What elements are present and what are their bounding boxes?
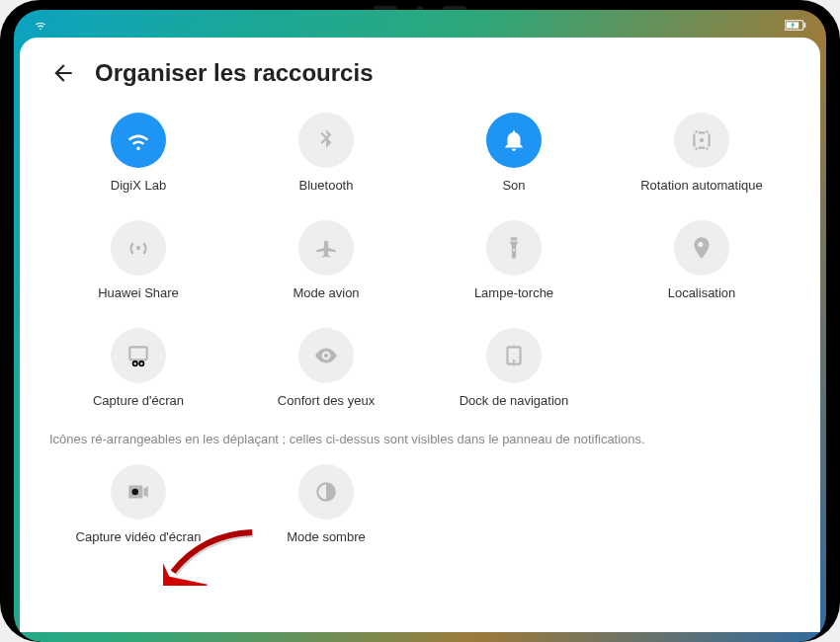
svg-point-6 bbox=[132, 489, 139, 496]
shortcut-tile-navdock[interactable]: Dock de navigation bbox=[425, 328, 603, 408]
bell-icon bbox=[486, 113, 542, 168]
screen: Organiser les raccourcis DigiX LabBlueto… bbox=[14, 10, 826, 642]
darkmode-icon bbox=[298, 464, 354, 520]
shortcut-label: Son bbox=[502, 178, 525, 193]
shortcut-label: Mode sombre bbox=[287, 529, 365, 544]
shortcut-tile-location[interactable]: Localisation bbox=[613, 220, 791, 300]
shortcut-label: Huawei Share bbox=[98, 285, 179, 300]
back-arrow-icon bbox=[50, 60, 76, 86]
shortcut-tile-darkmode[interactable]: Mode sombre bbox=[237, 464, 415, 544]
shortcut-label: Capture vidéo d'écran bbox=[76, 529, 202, 544]
rotate-icon bbox=[674, 113, 729, 168]
eye-icon bbox=[298, 328, 354, 383]
shortcut-tile-eyecomfort[interactable]: Confort des yeux bbox=[237, 328, 415, 408]
svg-rect-2 bbox=[804, 23, 806, 28]
svg-point-3 bbox=[700, 138, 704, 142]
page-title: Organiser les raccourcis bbox=[95, 59, 373, 87]
bluetooth-icon bbox=[298, 113, 354, 168]
shortcut-label: Dock de navigation bbox=[460, 393, 569, 408]
location-icon bbox=[674, 220, 729, 276]
shortcut-label: Mode avion bbox=[293, 285, 359, 300]
shortcut-tile-rotation[interactable]: Rotation automatique bbox=[613, 113, 791, 193]
hint-text: Icônes ré-arrangeables en les déplaçant … bbox=[49, 432, 791, 446]
visible-shortcuts-grid: DigiX LabBluetoothSonRotation automatiqu… bbox=[49, 113, 791, 408]
shortcut-label: Localisation bbox=[668, 285, 736, 300]
shortcuts-panel: Organiser les raccourcis DigiX LabBlueto… bbox=[20, 38, 820, 632]
status-bar bbox=[20, 16, 820, 36]
back-button[interactable] bbox=[49, 59, 77, 87]
shortcut-tile-screenrec[interactable]: Capture vidéo d'écran bbox=[49, 464, 227, 544]
wifi-icon bbox=[111, 113, 166, 168]
shortcut-label: Capture d'écran bbox=[93, 393, 184, 408]
shortcut-tile-sound[interactable]: Son bbox=[425, 113, 603, 193]
dock-icon bbox=[486, 328, 542, 383]
wifi-status-icon bbox=[34, 18, 47, 34]
airplane-icon bbox=[298, 220, 354, 276]
panel-header: Organiser les raccourcis bbox=[49, 59, 791, 87]
screenshot-icon bbox=[111, 328, 166, 383]
shortcut-tile-airplane[interactable]: Mode avion bbox=[237, 220, 415, 300]
shortcut-label: Lampe-torche bbox=[474, 285, 553, 300]
shortcut-label: DigiX Lab bbox=[111, 178, 166, 193]
flashlight-icon bbox=[486, 220, 542, 276]
shortcut-tile-torch[interactable]: Lampe-torche bbox=[425, 220, 603, 300]
broadcast-icon bbox=[111, 220, 166, 276]
shortcut-label: Rotation automatique bbox=[640, 178, 763, 193]
hidden-shortcuts-grid: Capture vidéo d'écranMode sombre bbox=[49, 464, 791, 544]
shortcut-tile-bluetooth[interactable]: Bluetooth bbox=[237, 113, 415, 193]
tablet-frame: Organiser les raccourcis DigiX LabBlueto… bbox=[0, 0, 840, 642]
battery-status-icon bbox=[785, 20, 806, 33]
shortcut-label: Confort des yeux bbox=[278, 393, 375, 408]
shortcut-tile-screenshot[interactable]: Capture d'écran bbox=[49, 328, 227, 408]
shortcut-label: Bluetooth bbox=[299, 178, 354, 193]
shortcut-tile-huaweishare[interactable]: Huawei Share bbox=[49, 220, 227, 300]
videocam-icon bbox=[111, 464, 166, 520]
shortcut-tile-wifi[interactable]: DigiX Lab bbox=[49, 113, 227, 193]
